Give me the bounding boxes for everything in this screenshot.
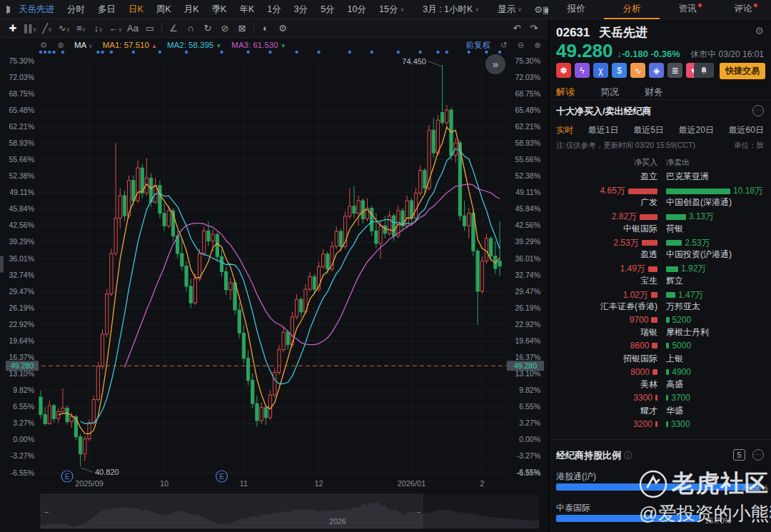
candle-body (335, 231, 338, 246)
col-net-sell: 净卖出 (666, 157, 771, 168)
broker-period-tab-最近5日[interactable]: 最近5日 (633, 124, 664, 136)
window-panel-icon[interactable] (6, 6, 8, 14)
period-tab-日K[interactable]: 日K (122, 4, 150, 16)
delete-drawings-icon[interactable]: ⊠ (233, 23, 251, 34)
candlestick-chart[interactable]: 75.30%75.30%72.03%72.03%68.75%68.75%65.4… (0, 38, 548, 532)
info-tab-解读[interactable]: 解读 (556, 86, 575, 99)
compare-mode-icon[interactable]: ◐ (257, 23, 274, 34)
candle-body (220, 256, 223, 271)
broker-values: 33003700 (549, 393, 771, 403)
period-tab-15分[interactable]: 15分∨ (373, 4, 410, 16)
panel-tab-报价[interactable]: 报价 (548, 0, 604, 19)
navigator-right-handle[interactable]: → (415, 508, 422, 515)
navigator-selected-window[interactable] (41, 494, 423, 528)
period-tab-年K[interactable]: 年K (233, 4, 261, 16)
broker-period-tab-最近60日[interactable]: 最近60日 (729, 124, 764, 136)
indicator-close-icon[interactable]: ⊗ (57, 40, 64, 50)
panel-tab-评论[interactable]: 评论 (715, 0, 771, 19)
candle-body (61, 408, 64, 411)
sell-broker-name: 巴克莱亚洲 (666, 171, 771, 183)
sell-bar (666, 189, 730, 194)
period-tab-多日[interactable]: 多日 (91, 4, 122, 16)
move-tool-icon[interactable]: ✚ (4, 23, 21, 34)
panel-tab-分析[interactable]: 分析 (604, 0, 660, 19)
notification-dot (754, 4, 757, 7)
measure-tool-icon[interactable]: ↕∨ (90, 23, 107, 34)
ma-selector[interactable]: MA ∨ (74, 41, 93, 49)
adjust-mode-button[interactable]: 前复权 (466, 40, 491, 51)
y-axis-label-right: 58.93% (515, 139, 540, 147)
period-tab-5分[interactable]: 5分 (314, 4, 341, 16)
candle-body (247, 358, 250, 381)
period-tab-季K[interactable]: 季K (206, 4, 233, 16)
buy-bar (655, 395, 657, 401)
custom-period-tab[interactable]: 3月 : 1小时K∨ (416, 4, 485, 16)
period-tab-3分[interactable]: 3分 (288, 4, 314, 16)
compare-icon[interactable]: χ (593, 63, 608, 78)
holding-more-icon[interactable]: ⋯ (752, 449, 764, 461)
symbol-tab[interactable]: 天岳先进 (12, 4, 61, 16)
magnet-tool-icon[interactable]: ∩ (182, 23, 199, 34)
levels-tool-icon[interactable]: ≡∨ (73, 23, 90, 34)
panel-tab-资讯[interactable]: 资讯 (660, 0, 715, 19)
draw-settings-icon[interactable]: ⚙ (274, 23, 291, 34)
buy-value: 1.02万 (623, 289, 648, 301)
panel-settings-icon[interactable]: ⚙ (755, 25, 764, 36)
candle-body (123, 196, 126, 216)
period-tab-周K[interactable]: 周K (150, 4, 178, 16)
display-menu[interactable]: 显示∨ (491, 4, 528, 16)
gear-icon[interactable]: ⚙ (534, 4, 543, 15)
reset-zoom-icon[interactable]: ↺ (500, 40, 508, 50)
holding-bar (556, 483, 760, 491)
alert-bell-button[interactable] (694, 63, 714, 78)
quick-trade-button[interactable]: 快捷交易 (720, 63, 765, 79)
redo-icon[interactable]: ↷ (525, 23, 543, 34)
price-change: ↓-0.180 -0.36% (618, 49, 680, 59)
sell-value-cell: 10.18万 (666, 185, 771, 197)
left-panel-handle[interactable] (0, 256, 4, 273)
x-axis-label: 12 (314, 479, 323, 488)
buy-broker-name: 美林 (555, 378, 657, 391)
candle-body (106, 293, 109, 333)
period-tab-月K[interactable]: 月K (178, 4, 206, 16)
buy-value-cell: 8000 (555, 367, 657, 377)
buy-value: 3200 (633, 419, 652, 429)
tag-icon[interactable]: ◈ (649, 63, 664, 78)
broker-more-icon[interactable]: ⋯ (752, 105, 764, 116)
chart-settings-icon[interactable]: ⚙ (40, 40, 47, 50)
arrow-tool-icon[interactable]: ←∨ (107, 23, 124, 34)
period-tab-1分[interactable]: 1分 (261, 4, 287, 16)
broker-period-tab-实时[interactable]: 实时 (556, 124, 573, 136)
price-lines-icon[interactable]: ∥∥∨ (21, 23, 39, 34)
hk-flag-icon[interactable]: ✽ (556, 63, 571, 78)
zoom-in-icon[interactable]: ⊕ (534, 40, 541, 50)
sell-bar (666, 395, 668, 401)
info-tab-财务[interactable]: 财务 (645, 86, 663, 99)
x-axis-label: 10 (160, 479, 168, 488)
dollar-icon[interactable]: $ (612, 63, 627, 78)
broker-period-tab-最近1日[interactable]: 最近1日 (588, 124, 619, 136)
zoom-out-icon[interactable]: ⊖ (518, 40, 525, 50)
candle-body (313, 276, 316, 289)
doc-icon[interactable]: ≣ (667, 63, 682, 78)
note-tool-icon[interactable]: ▭ (141, 23, 158, 34)
info-tab-简况[interactable]: 简况 (600, 86, 619, 99)
period-tab-10分[interactable]: 10分 (341, 4, 373, 16)
info-icon[interactable]: ⓘ (624, 450, 633, 462)
wave-tool-icon[interactable]: ∿∨ (56, 23, 73, 34)
undo-icon[interactable]: ↶ (508, 23, 525, 34)
trend-line-icon[interactable]: ╱∨ (39, 23, 56, 34)
lightning-icon[interactable]: ϟ (575, 63, 590, 78)
broker-period-tab-最近20日[interactable]: 最近20日 (679, 124, 714, 136)
sync-tool-icon[interactable]: ↻ (199, 23, 216, 34)
wave-icon[interactable]: ∿ (630, 63, 645, 78)
y-axis-label-left: 75.30% (9, 56, 34, 65)
navigator-left-handle[interactable]: ← (44, 508, 50, 515)
period-tab-分时[interactable]: 分时 (61, 4, 91, 16)
sell-broker-name: 中国创盈(深港通) (666, 196, 771, 209)
chevron-down-icon: ∨ (400, 6, 404, 13)
hide-drawings-icon[interactable]: ⊘ (216, 23, 233, 34)
text-tool-icon[interactable]: Aa (124, 23, 141, 34)
y-axis-label-left: -6.55% (11, 468, 34, 477)
angle-tool-icon[interactable]: ∠ (165, 23, 182, 34)
